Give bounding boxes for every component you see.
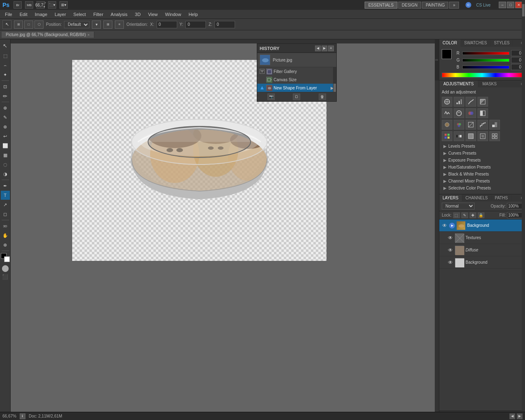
lock-all-icon[interactable]: 🔒 [478, 212, 484, 218]
layers-tab[interactable]: LAYERS [439, 194, 462, 201]
workspace-essentials-btn[interactable]: ESSENTIALS [365, 2, 397, 9]
layer-visibility-bg[interactable]: 👁 [442, 223, 447, 228]
selective-color-presets-row[interactable]: ▶ Selective Color Presets [442, 185, 523, 192]
opacity-input[interactable] [507, 203, 523, 209]
menu-view[interactable]: View [145, 11, 161, 18]
history-expand-btn[interactable]: ◀ [315, 46, 321, 51]
paths-tab[interactable]: PATHS [491, 194, 511, 201]
history-new-doc-btn[interactable]: 🗋 [293, 94, 300, 100]
menu-window[interactable]: Window [162, 11, 185, 18]
align-btn[interactable]: ⊞ [103, 21, 112, 29]
threshold-icon[interactable] [489, 120, 500, 130]
history-scroll[interactable] [333, 67, 336, 92]
b-slider[interactable] [462, 66, 509, 69]
layer-diffuse[interactable]: 👁 Diffuse [439, 244, 525, 256]
screen-mode-btn[interactable]: ⬛ [2, 274, 8, 280]
layer-textures[interactable]: 👁 Textures [439, 232, 525, 244]
layer-visibility-bg-sub[interactable]: 👁 [447, 260, 453, 265]
brightness-contrast-icon[interactable] [442, 97, 452, 107]
pattern-fill-icon[interactable] [489, 131, 500, 141]
history-scroll-thumb[interactable] [333, 84, 336, 92]
r-slider[interactable] [462, 52, 509, 55]
brush-tool[interactable]: ✎ [1, 113, 10, 122]
lasso-tool[interactable]: ⌢ [1, 61, 10, 70]
fg-bg-colors[interactable] [1, 253, 10, 262]
history-menu-btn[interactable]: ≡ [328, 46, 334, 51]
shape-tool[interactable]: ◻ [1, 210, 10, 219]
quick-mask-btn[interactable]: ⬤ [2, 264, 9, 272]
menu-3d[interactable]: 3D [132, 11, 144, 18]
bridge-icon[interactable]: Br [14, 1, 22, 9]
spectrum-bar[interactable] [442, 73, 523, 78]
x-input[interactable] [157, 21, 177, 28]
background-color[interactable] [4, 256, 10, 262]
exposure-icon[interactable] [477, 97, 488, 107]
lock-position-icon[interactable]: ✚ [470, 212, 476, 218]
move-tool[interactable]: ↖ [1, 41, 10, 50]
snapshot-thumb[interactable] [260, 55, 270, 65]
curves-presets-row[interactable]: ▶ Curves Presets [442, 150, 523, 157]
eyedropper-tool[interactable]: ✏ [1, 91, 10, 100]
layer-visibility-textures[interactable]: 👁 [447, 235, 453, 241]
document-tab[interactable]: Picture.jpg @ 66,7% (Background, RGB/8#)… [2, 32, 94, 38]
magic-wand-tool[interactable]: ✦ [1, 70, 10, 79]
maximize-btn[interactable]: □ [507, 2, 514, 8]
menu-select[interactable]: Select [70, 11, 89, 18]
styles-tab[interactable]: STYLES [491, 39, 513, 47]
arrange-btn[interactable]: ⬡ [34, 21, 43, 29]
gradient-tool[interactable]: ▦ [1, 151, 10, 160]
g-value[interactable] [511, 57, 523, 63]
menu-analysis[interactable]: Analysis [107, 11, 131, 18]
workspace-more-btn[interactable]: » [449, 2, 459, 9]
curves-icon[interactable] [466, 97, 476, 107]
selective-color-icon[interactable] [442, 131, 452, 141]
menu-help[interactable]: Help [185, 11, 201, 18]
crop-tool[interactable]: ⊡ [1, 82, 10, 91]
position-extra-btn[interactable]: ▾ [92, 21, 101, 29]
horizontal-scrollbar[interactable] [11, 39, 435, 43]
layer-visibility-diffuse[interactable]: 👁 [447, 247, 453, 253]
b-value[interactable] [511, 64, 523, 70]
history-snapshot-btn[interactable]: 📷 [267, 94, 275, 100]
view-extras-icon[interactable]: ⊞▾ [59, 1, 68, 9]
3d-tool[interactable]: 3D [1, 221, 10, 231]
channel-mixer-presets-row[interactable]: ▶ Channel Mixer Presets [442, 178, 523, 185]
solid-color-icon[interactable] [466, 131, 476, 141]
photo-filter-icon[interactable] [442, 120, 452, 130]
levels-icon[interactable] [454, 97, 464, 107]
lock-image-icon[interactable]: ✎ [461, 212, 468, 218]
selection-tool[interactable]: ⬚ [1, 51, 10, 60]
healing-brush-tool[interactable]: ⊕ [1, 103, 10, 112]
adj-scroll-thumb[interactable] [522, 4, 525, 16]
status-scroll-right[interactable]: ▶ [517, 413, 523, 419]
pen-tool[interactable]: ✒ [1, 181, 10, 190]
mini-bridge-icon[interactable]: MB [25, 1, 33, 9]
blend-mode-select[interactable]: Normal [442, 203, 475, 210]
r-value[interactable] [511, 50, 523, 56]
eraser-tool[interactable]: ⬜ [1, 141, 10, 150]
vertical-scrollbar[interactable]: ▲ ▼ [435, 39, 439, 416]
levels-presets-row[interactable]: ▶ Levels Presets [442, 143, 523, 150]
swatches-tab[interactable]: SWATCHES [461, 39, 491, 47]
cs-live-btn[interactable]: CS Live [473, 2, 494, 8]
channels-tab[interactable]: CHANNELS [462, 194, 491, 201]
text-tool[interactable]: T [1, 191, 10, 200]
hue-saturation-presets-row[interactable]: ▶ Hue/Saturation Presets [442, 164, 523, 171]
zoom-info-btn[interactable]: ℹ [20, 413, 25, 419]
adj-scrollbar[interactable] [522, 0, 525, 420]
distribute-btn[interactable]: ≡ [115, 21, 124, 29]
layer-background-sub[interactable]: 👁 Background [439, 256, 525, 269]
layer-background[interactable]: 👁 ▶ Background [439, 219, 525, 232]
y-input[interactable] [185, 21, 206, 28]
path-select-tool[interactable]: ↗ [1, 200, 10, 209]
workspace-painting-btn[interactable]: PAINTING [422, 2, 448, 9]
blur-tool[interactable]: ◌ [1, 160, 10, 169]
position-dropdown[interactable]: Default [64, 21, 89, 28]
menu-file[interactable]: File [2, 11, 16, 18]
masks-tab[interactable]: MASKS [478, 80, 501, 87]
dodge-tool[interactable]: ◑ [1, 169, 10, 178]
history-collapse-btn[interactable]: ▶ [322, 46, 327, 51]
gradient-fill-icon[interactable] [477, 131, 488, 141]
z-input[interactable] [215, 21, 235, 28]
show-transform-btn[interactable]: □ [24, 21, 33, 29]
